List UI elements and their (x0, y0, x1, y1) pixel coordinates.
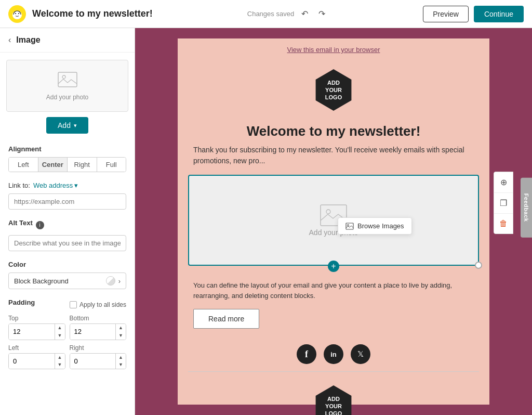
padding-bottom-down[interactable]: ▼ (116, 332, 126, 340)
image-icon-small (345, 223, 354, 230)
padding-header: Padding Apply to all sides (8, 299, 126, 310)
add-button-wrapper: Add ▾ (6, 117, 128, 134)
move-icon: ⊕ (500, 177, 507, 187)
undo-button[interactable]: ↶ (298, 7, 311, 21)
padding-right-field: Right ▲ ▼ (70, 344, 127, 370)
bottom-logo-area: ADD YOUR LOGO (178, 380, 489, 415)
topbar-left: Welcome to my newsletter! (8, 5, 153, 23)
continue-button[interactable]: Continue (474, 6, 524, 22)
move-tool-button[interactable]: ⊕ (494, 172, 513, 193)
padding-left-spinners: ▲ ▼ (55, 354, 65, 369)
link-type-label: Web address (33, 181, 73, 189)
svg-rect-7 (346, 223, 353, 229)
topbar: Welcome to my newsletter! Changes saved … (0, 0, 532, 28)
color-swatch[interactable] (106, 276, 115, 286)
align-center-button[interactable]: Center (38, 158, 68, 172)
image-upload-area[interactable]: Add your photo (6, 60, 128, 112)
email-newsletter-title: Welcome to my newsletter! (178, 116, 489, 145)
sidebar: ‹ Image Add your photo Add ▾ Alignment (0, 28, 135, 415)
padding-label: Padding (8, 299, 35, 306)
padding-left-down[interactable]: ▼ (55, 361, 65, 369)
redo-button[interactable]: ↷ (315, 7, 328, 21)
link-type-selector[interactable]: Web address ▾ (33, 181, 78, 189)
apply-all-row: Apply to all sides (70, 301, 126, 308)
save-status: Changes saved (247, 10, 294, 18)
add-photo-label: Add your photo (46, 94, 88, 101)
padding-bottom-spinners: ▲ ▼ (115, 324, 126, 340)
padding-left-input[interactable] (9, 354, 55, 369)
color-section: Color Block Background › (0, 254, 135, 292)
body-text-content: You can define the layout of your email … (193, 281, 452, 300)
padding-right-label: Right (70, 344, 127, 352)
image-upload-block[interactable]: Add your photo + (188, 175, 479, 266)
preview-button[interactable]: Preview (423, 6, 469, 22)
view-in-browser-link[interactable]: View this email in your browser (178, 38, 489, 61)
sidebar-header: ‹ Image (0, 28, 135, 53)
padding-right-input[interactable] (70, 354, 116, 369)
instagram-icon[interactable]: in (324, 344, 343, 364)
padding-bottom-label: Bottom (70, 315, 127, 322)
svg-point-3 (15, 12, 16, 14)
bottom-logo-hex[interactable]: ADD YOUR LOGO (313, 385, 354, 415)
add-block-below-button[interactable]: + (328, 261, 339, 272)
color-row[interactable]: Block Background › (8, 273, 126, 289)
align-right-button[interactable]: Right (68, 158, 97, 172)
duplicate-icon: ❐ (500, 198, 507, 208)
back-button[interactable]: ‹ (8, 35, 11, 45)
alignment-group: Left Center Right Full (8, 157, 126, 172)
twitter-icon[interactable]: 𝕏 (351, 344, 370, 364)
align-left-button[interactable]: Left (9, 158, 38, 172)
feedback-tab[interactable]: Feedback (521, 178, 532, 238)
svg-rect-5 (58, 72, 77, 87)
resize-handle[interactable] (475, 262, 482, 269)
padding-top-down[interactable]: ▼ (55, 332, 65, 340)
padding-right-down[interactable]: ▼ (116, 361, 126, 369)
color-expand-icon[interactable]: › (118, 277, 121, 285)
padding-top-label: Top (8, 315, 65, 322)
padding-bottom-input[interactable] (70, 324, 116, 340)
email-logo-area: ADD YOUR LOGO (178, 61, 489, 116)
duplicate-tool-button[interactable]: ❐ (494, 193, 513, 214)
link-to-row: Link to: Web address ▾ (8, 181, 126, 189)
svg-point-6 (62, 75, 65, 79)
add-button-label: Add (58, 121, 71, 129)
padding-top-input[interactable] (9, 324, 55, 340)
image-placeholder-icon (57, 71, 78, 92)
email-intro-text: Thank you for subscribing to my newslett… (178, 145, 489, 175)
delete-tool-button[interactable]: 🗑 (494, 214, 513, 234)
padding-right-up[interactable]: ▲ (116, 354, 126, 361)
padding-bottom-field: Bottom ▲ ▼ (70, 315, 127, 340)
padding-bottom-up[interactable]: ▲ (116, 324, 126, 332)
padding-left-up[interactable]: ▲ (55, 354, 65, 361)
padding-bottom-wrap: ▲ ▼ (70, 323, 127, 340)
color-value-label: Block Background (14, 277, 69, 285)
align-full-button[interactable]: Full (97, 158, 126, 172)
color-controls: › (106, 276, 121, 286)
alt-text-label: Alt Text (8, 219, 33, 227)
alt-text-input[interactable] (8, 235, 126, 251)
read-more-button[interactable]: Read more (193, 309, 259, 329)
add-button[interactable]: Add ▾ (46, 117, 88, 134)
link-type-chevron: ▾ (74, 181, 78, 189)
padding-left-field: Left ▲ ▼ (8, 344, 65, 370)
padding-right-spinners: ▲ ▼ (115, 354, 126, 369)
apply-all-checkbox[interactable] (70, 301, 77, 308)
alt-text-section: Alt Text i (0, 213, 135, 254)
logo-text: ADD YOUR LOGO (325, 79, 342, 101)
padding-section: Padding Apply to all sides Top ▲ ▼ (0, 292, 135, 372)
alignment-section: Alignment Left Center Right Full (0, 139, 135, 175)
info-icon[interactable]: i (36, 221, 44, 229)
facebook-icon[interactable]: f (297, 344, 316, 364)
padding-top-up[interactable]: ▲ (55, 324, 65, 332)
padding-grid: Top ▲ ▼ Bottom ▲ (8, 315, 126, 369)
email-body-text: You can define the layout of your email … (178, 274, 489, 307)
email-logo-hex[interactable]: ADD YOUR LOGO (313, 69, 354, 111)
page-title: Welcome to my newsletter! (32, 8, 153, 19)
link-url-input[interactable] (8, 193, 126, 210)
delete-icon: 🗑 (499, 219, 508, 228)
email-divider (188, 371, 479, 372)
color-label: Color (8, 261, 126, 268)
svg-point-10 (326, 210, 330, 214)
browse-images-tooltip[interactable]: Browse Images (338, 217, 412, 235)
link-to-label: Link to: (8, 181, 30, 189)
